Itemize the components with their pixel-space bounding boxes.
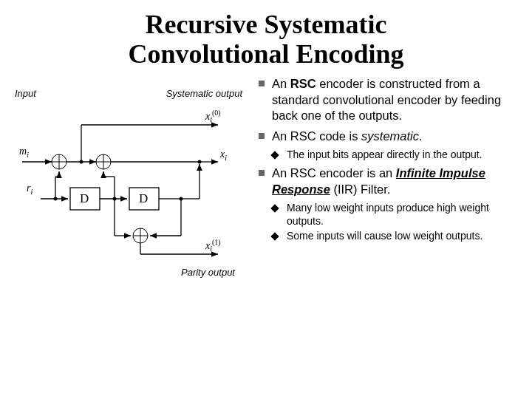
delay2-label: D: [139, 191, 148, 206]
bullet-list: An RSC encoder is constructed from a sta…: [259, 76, 517, 144]
bullet-3: An RSC encoder is an Infinite Impulse Re…: [259, 166, 517, 197]
systematic-output-label: Systematic output: [166, 88, 242, 99]
label-ri: ri: [27, 183, 33, 196]
sub-bullet-3-1: Many low weight inputs produce high weig…: [259, 202, 517, 228]
diamond-bullet-icon: [270, 233, 279, 241]
label-xi0: xi(0): [205, 109, 221, 123]
sub-bullet-2-1: The input bits appear directly in the ou…: [259, 149, 517, 162]
delay1-label: D: [80, 191, 89, 206]
bullet-list-2: An RSC encoder is an Infinite Impulse Re…: [259, 166, 517, 197]
parity-output-label: Parity output: [15, 267, 235, 278]
square-bullet-icon: [259, 81, 265, 86]
label-mi: mi: [19, 146, 29, 159]
diagram-top-labels: Input Systematic output: [15, 88, 251, 101]
diagram-column: Input Systematic output: [15, 76, 251, 278]
bullet-2: An RSC code is systematic.: [259, 129, 517, 144]
bullet-1: An RSC encoder is constructed from a sta…: [259, 76, 517, 123]
square-bullet-icon: [259, 133, 265, 139]
content-row: Input Systematic output: [15, 76, 517, 278]
label-xi1: xi(1): [205, 238, 221, 253]
encoder-diagram: mi ri xi(0) xi xi(1) D D: [15, 103, 236, 265]
diamond-bullet-icon: [270, 205, 279, 213]
square-bullet-icon: [259, 170, 265, 176]
label-xi: xi: [220, 149, 227, 162]
sub-bullet-3-2: Some inputs will cause low weight output…: [259, 230, 517, 243]
diamond-bullet-icon: [270, 151, 279, 159]
title-line2: Convolutional Encoding: [128, 39, 403, 69]
sub-list-2: Many low weight inputs produce high weig…: [259, 202, 517, 243]
title-line1: Recursive Systematic: [146, 10, 387, 39]
bullet-column: An RSC encoder is constructed from a sta…: [259, 76, 517, 278]
input-label: Input: [15, 88, 36, 99]
sub-list-1: The input bits appear directly in the ou…: [259, 149, 517, 162]
slide-title: Recursive Systematic Convolutional Encod…: [15, 10, 517, 69]
encoder-svg: [15, 103, 236, 265]
